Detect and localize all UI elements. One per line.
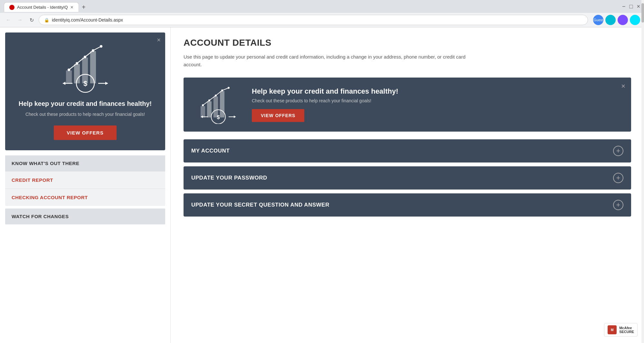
promo-desc-left: Check out these products to help reach y… bbox=[25, 111, 145, 118]
mcafee-logo: M bbox=[608, 325, 617, 334]
promo-card-left: × bbox=[5, 32, 165, 150]
promo-banner-text: Help keep your credit and finances healt… bbox=[252, 87, 622, 122]
scrollbar-right[interactable] bbox=[641, 0, 644, 343]
svg-point-5 bbox=[76, 62, 78, 65]
title-bar: Account Details - IdentityIQ × + − □ × bbox=[0, 0, 644, 13]
forward-btn[interactable]: → bbox=[15, 15, 24, 24]
active-tab[interactable]: Account Details - IdentityIQ × bbox=[4, 2, 79, 12]
promo-banner-title: Help keep your credit and finances healt… bbox=[252, 87, 622, 96]
svg-point-21 bbox=[215, 95, 217, 97]
know-header: KNOW WHAT'S OUT THERE bbox=[5, 155, 165, 171]
svg-text:$: $ bbox=[217, 114, 220, 120]
svg-marker-14 bbox=[105, 82, 108, 85]
url-bar[interactable]: 🔒 identityiq.com/Account-Details.aspx bbox=[39, 15, 588, 25]
page-title: ACCOUNT DETAILS bbox=[184, 38, 631, 48]
profile-avatar[interactable]: Guest bbox=[593, 15, 603, 25]
tab-title: Account Details - IdentityIQ bbox=[17, 5, 68, 10]
svg-point-23 bbox=[228, 87, 230, 89]
svg-marker-29 bbox=[234, 116, 236, 118]
tab-close-btn[interactable]: × bbox=[71, 5, 73, 10]
scrollbar-thumb[interactable] bbox=[641, 3, 644, 23]
window-close-btn[interactable]: × bbox=[637, 3, 640, 10]
secret-question-accordion[interactable]: UPDATE YOUR SECRET QUESTION AND ANSWER + bbox=[184, 193, 631, 217]
update-password-expand-icon[interactable]: + bbox=[613, 173, 623, 183]
svg-rect-16 bbox=[207, 101, 212, 117]
promo-chart-icon-large: $ bbox=[53, 42, 118, 93]
svg-point-7 bbox=[92, 49, 94, 52]
svg-point-6 bbox=[84, 56, 86, 58]
view-offers-left-btn[interactable]: VIEW OFFERS bbox=[54, 125, 116, 140]
minimize-btn[interactable]: − bbox=[622, 3, 626, 10]
sidebar: × bbox=[0, 27, 171, 343]
watch-section: WATCH FOR CHANGES bbox=[5, 209, 165, 225]
promo-chart-icon-medium: $ bbox=[193, 85, 244, 124]
svg-point-22 bbox=[221, 89, 223, 91]
promo-banner: × $ bbox=[184, 78, 631, 132]
svg-text:$: $ bbox=[83, 79, 87, 88]
mcafee-badge: M McAfee SECURE bbox=[604, 323, 638, 337]
secret-question-expand-icon[interactable]: + bbox=[613, 200, 623, 210]
page-description: Use this page to update your personal an… bbox=[184, 53, 473, 69]
checking-account-report-link[interactable]: CHECKING ACCOUNT REPORT bbox=[5, 189, 165, 206]
promo-banner-desc: Check out these products to help reach y… bbox=[252, 98, 622, 103]
update-password-title: UPDATE YOUR PASSWORD bbox=[191, 175, 613, 181]
tab-favicon bbox=[9, 5, 14, 10]
profile-area: Guest bbox=[593, 15, 640, 25]
profile-label: Guest bbox=[593, 18, 603, 22]
mcafee-text: McAfee SECURE bbox=[619, 326, 634, 334]
main-content: ACCOUNT DETAILS Use this page to update … bbox=[171, 27, 644, 343]
svg-point-20 bbox=[208, 99, 210, 101]
svg-point-4 bbox=[68, 69, 70, 71]
address-bar: ← → ↻ 🔒 identityiq.com/Account-Details.a… bbox=[0, 13, 644, 27]
promo-title-left: Help keep your credit and finances healt… bbox=[19, 99, 152, 108]
back-btn[interactable]: ← bbox=[4, 15, 13, 24]
svg-point-8 bbox=[100, 45, 102, 48]
secret-question-title: UPDATE YOUR SECRET QUESTION AND ANSWER bbox=[191, 202, 613, 208]
extension-btn-2[interactable] bbox=[618, 15, 628, 25]
svg-rect-18 bbox=[220, 91, 224, 117]
svg-marker-12 bbox=[63, 82, 65, 85]
tab-area: Account Details - IdentityIQ × + bbox=[4, 1, 89, 12]
my-account-title: MY ACCOUNT bbox=[191, 148, 613, 154]
refresh-btn[interactable]: ↻ bbox=[27, 15, 36, 24]
watch-header: WATCH FOR CHANGES bbox=[5, 209, 165, 224]
know-section: KNOW WHAT'S OUT THERE CREDIT REPORT CHEC… bbox=[5, 155, 165, 206]
promo-banner-close-btn[interactable]: × bbox=[621, 82, 625, 90]
promo-close-left-btn[interactable]: × bbox=[157, 36, 161, 44]
svg-point-19 bbox=[202, 104, 204, 106]
update-password-accordion[interactable]: UPDATE YOUR PASSWORD + bbox=[184, 166, 631, 190]
security-lock-icon: 🔒 bbox=[44, 18, 49, 23]
url-text: identityiq.com/Account-Details.aspx bbox=[52, 17, 123, 23]
my-account-accordion[interactable]: MY ACCOUNT + bbox=[184, 139, 631, 162]
svg-rect-0 bbox=[66, 70, 72, 83]
extension-btn-3[interactable] bbox=[630, 15, 640, 25]
my-account-expand-icon[interactable]: + bbox=[613, 146, 623, 156]
view-offers-banner-btn[interactable]: VIEW OFFERS bbox=[252, 109, 304, 122]
new-tab-btn[interactable]: + bbox=[79, 2, 89, 12]
credit-report-link[interactable]: CREDIT REPORT bbox=[5, 171, 165, 189]
maximize-btn[interactable]: □ bbox=[630, 3, 633, 10]
page-body: × bbox=[0, 27, 644, 343]
extension-btn-1[interactable] bbox=[605, 15, 616, 25]
browser-chrome: Account Details - IdentityIQ × + − □ × ←… bbox=[0, 0, 644, 27]
window-controls: − □ × bbox=[622, 3, 640, 10]
